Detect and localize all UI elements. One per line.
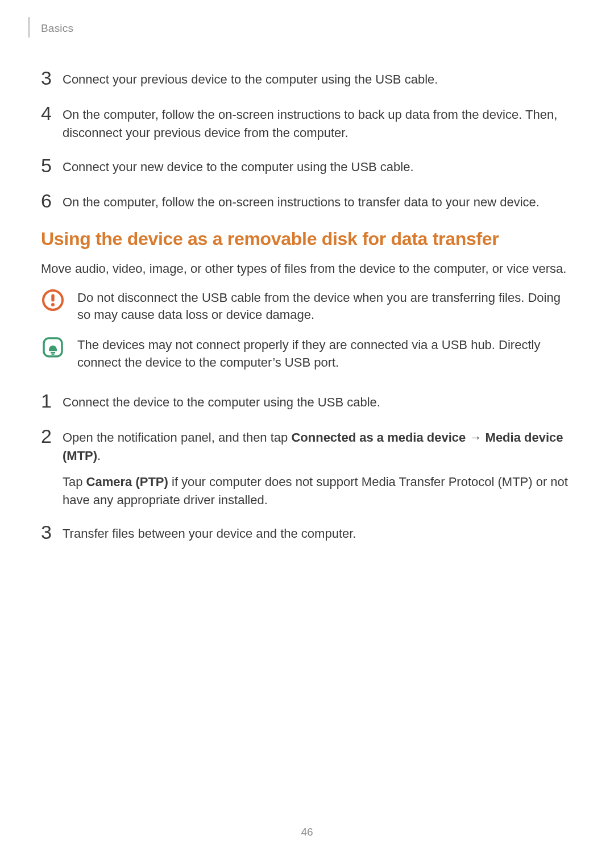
note-text: The devices may not connect properly if …: [77, 335, 571, 372]
text-fragment: .: [97, 448, 101, 463]
step-text: Connect the device to the computer using…: [63, 393, 571, 412]
page-number: 46: [0, 826, 614, 838]
bold-text: Camera (PTP): [86, 475, 168, 489]
intro-paragraph: Move audio, video, image, or other types…: [41, 260, 571, 278]
step-text: On the computer, follow the on-screen in…: [63, 193, 571, 211]
arrow-text: →: [466, 430, 485, 445]
svg-rect-5: [52, 354, 55, 355]
step-text: On the computer, follow the on-screen in…: [63, 106, 571, 142]
step-b2: 2 Open the notification panel, and then …: [41, 429, 571, 509]
manual-page: Basics 3 Connect your previous device to…: [0, 0, 614, 544]
step-b3: 3 Transfer files between your device and…: [41, 525, 571, 544]
svg-rect-1: [51, 294, 54, 301]
step-text: Connect your previous device to the comp…: [63, 70, 571, 89]
step-number: 2: [41, 426, 63, 446]
step-number: 3: [41, 68, 63, 88]
step-3: 3 Connect your previous device to the co…: [41, 70, 571, 90]
step-number: 5: [41, 156, 63, 175]
note-callout: The devices may not connect properly if …: [41, 335, 571, 372]
caution-icon: [41, 288, 65, 312]
step-5: 5 Connect your new device to the compute…: [41, 158, 571, 177]
text-fragment: Tap: [63, 475, 86, 489]
step-4: 4 On the computer, follow the on-screen …: [41, 106, 571, 142]
note-icon: [41, 335, 65, 359]
section-heading: Using the device as a removable disk for…: [41, 229, 571, 250]
header-section-label: Basics: [41, 22, 73, 35]
step-extra-text: Tap Camera (PTP) if your computer does n…: [63, 473, 571, 509]
svg-rect-4: [51, 352, 55, 354]
step-b1: 1 Connect the device to the computer usi…: [41, 393, 571, 413]
step-number: 1: [41, 391, 63, 410]
step-text: Open the notification panel, and then ta…: [63, 429, 571, 509]
step-number: 6: [41, 191, 63, 210]
step-text: Transfer files between your device and t…: [63, 525, 571, 543]
text-fragment: Open the notification panel, and then ta…: [63, 430, 291, 445]
header-rule: Basics: [28, 17, 571, 38]
svg-point-2: [51, 303, 55, 306]
step-6: 6 On the computer, follow the on-screen …: [41, 193, 571, 213]
bold-text: Connected as a media device: [291, 430, 466, 445]
step-text: Connect your new device to the computer …: [63, 158, 571, 176]
caution-text: Do not disconnect the USB cable from the…: [77, 288, 571, 325]
page-content: 3 Connect your previous device to the co…: [28, 42, 571, 544]
caution-callout: Do not disconnect the USB cable from the…: [41, 288, 571, 325]
step-number: 3: [41, 522, 63, 542]
step-number: 4: [41, 103, 63, 123]
